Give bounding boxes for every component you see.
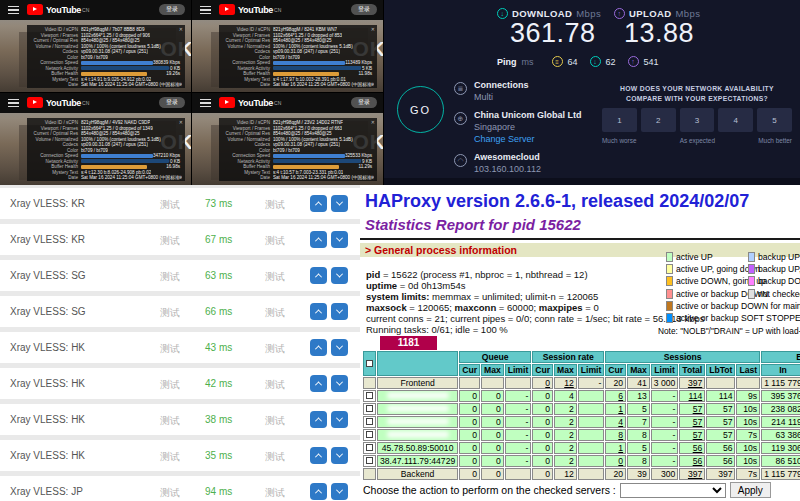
legend-swatch <box>748 289 755 299</box>
row-checkbox[interactable] <box>366 431 373 438</box>
go-button[interactable]: GO <box>397 86 444 133</box>
move-up-button[interactable] <box>310 375 327 392</box>
test-label[interactable]: 测试 <box>160 306 180 320</box>
move-up-button[interactable] <box>310 195 327 212</box>
move-up-button[interactable] <box>310 447 327 464</box>
proxy-row: Xray VLESS: HK测试43 ms测试 <box>0 332 360 363</box>
move-down-button[interactable] <box>331 231 348 248</box>
row-checkbox[interactable] <box>366 392 373 399</box>
move-up-button[interactable] <box>310 231 327 248</box>
row-checkbox[interactable] <box>366 444 373 451</box>
youtube-logo[interactable]: YouTubeCN <box>219 4 281 15</box>
proxy-row: Xray VLESS: HK测试42 ms测试 <box>0 368 360 399</box>
rating-button-1[interactable]: 1 <box>602 108 637 132</box>
proxy-name-tab[interactable]: 1181 <box>380 336 437 350</box>
menu-icon[interactable] <box>8 99 19 109</box>
move-up-button[interactable] <box>310 267 327 284</box>
rating-button-5[interactable]: 5 <box>757 108 792 132</box>
move-down-button[interactable] <box>331 303 348 320</box>
select-all-cell[interactable] <box>363 351 376 376</box>
move-down-button[interactable] <box>331 483 348 500</box>
stats-row-45.78.50.89:50010: 45.78.50.89:5001000-0215-565610s119 3067… <box>363 442 800 454</box>
connection-speed-bar <box>81 61 153 65</box>
buffer-health-bar <box>273 72 339 76</box>
signin-button[interactable]: 登录 <box>351 4 377 15</box>
test-label-2[interactable]: 测试 <box>265 378 285 392</box>
youtube-logo[interactable]: YouTubeCN <box>219 97 281 108</box>
youtube-logo[interactable]: YouTubeCN <box>27 4 89 15</box>
rating-labels: Much worse As expected Much better <box>602 137 792 144</box>
info-line: current conns = 21; current pipes = 0/0;… <box>366 313 705 324</box>
signin-button[interactable]: 登录 <box>351 97 377 108</box>
close-icon[interactable]: ✕ <box>371 119 375 125</box>
youtube-topbar: YouTubeCN登录 <box>192 0 383 20</box>
blurred-name <box>387 418 449 425</box>
move-down-button[interactable] <box>331 267 348 284</box>
legend-swatch <box>666 252 673 262</box>
test-label-2[interactable]: 测试 <box>265 342 285 356</box>
action-bar: Choose the action to perform on the chec… <box>363 482 771 498</box>
proxy-name: Xray VLESS: HK <box>10 378 85 389</box>
move-up-button[interactable] <box>310 483 327 500</box>
rating-button-3[interactable]: 3 <box>680 108 715 132</box>
test-label[interactable]: 测试 <box>160 342 180 356</box>
test-label[interactable]: 测试 <box>160 198 180 212</box>
move-up-button[interactable] <box>310 339 327 356</box>
move-down-button[interactable] <box>331 447 348 464</box>
move-up-button[interactable] <box>310 411 327 428</box>
move-down-button[interactable] <box>331 411 348 428</box>
row-checkbox[interactable] <box>366 405 373 412</box>
menu-icon[interactable] <box>200 99 211 109</box>
stats-row: DateSat Mar 16 2024 11:25:04 GMT+0800 (中… <box>27 82 182 88</box>
test-label-2[interactable]: 测试 <box>265 450 285 464</box>
row-checkbox[interactable] <box>366 418 373 425</box>
test-label[interactable]: 测试 <box>160 270 180 284</box>
test-label-2[interactable]: 测试 <box>265 234 285 248</box>
ping-idle-value: 64 <box>568 57 578 67</box>
col-group: Bytes <box>761 351 800 363</box>
move-up-button[interactable] <box>310 303 327 320</box>
move-down-button[interactable] <box>331 195 348 212</box>
blurred-name <box>387 392 449 399</box>
proxy-row: Xray VLESS: KR测试67 ms测试 <box>0 224 360 255</box>
rating-button-2[interactable]: 2 <box>641 108 676 132</box>
signin-button[interactable]: 登录 <box>159 97 185 108</box>
latency-value: 35 ms <box>205 450 232 461</box>
test-label-2[interactable]: 测试 <box>265 306 285 320</box>
stats-row-server: 00-0288-57577s63 3861 638 75000 <box>363 429 800 441</box>
test-label-2[interactable]: 测试 <box>265 270 285 284</box>
close-icon[interactable]: ✕ <box>179 119 183 125</box>
change-server-link[interactable]: Change Server <box>474 134 582 144</box>
ping-idle-icon: ≡ <box>552 56 563 67</box>
proxy-name: Xray VLESS: JP <box>10 486 83 497</box>
move-down-button[interactable] <box>331 375 348 392</box>
info-line: pid = 15622 (process #1, nbproc = 1, nbt… <box>366 269 705 280</box>
action-label: Choose the action to perform on the chec… <box>363 484 616 496</box>
test-label[interactable]: 测试 <box>160 234 180 248</box>
latency-value: 38 ms <box>205 414 232 425</box>
signin-button[interactable]: 登录 <box>159 4 185 15</box>
youtube-player-panel: OKYouTubeCN登录✕Video ID / sCPN821yH98qgM … <box>192 0 383 92</box>
test-label-2[interactable]: 测试 <box>265 198 285 212</box>
col-group: Sessions <box>605 351 760 363</box>
test-label[interactable]: 测试 <box>160 486 180 500</box>
row-checkbox[interactable] <box>366 457 373 464</box>
test-label-2[interactable]: 测试 <box>265 486 285 500</box>
apply-button[interactable]: Apply <box>730 482 771 498</box>
youtube-topbar: YouTubeCN登录 <box>0 0 191 20</box>
menu-icon[interactable] <box>8 6 19 16</box>
legend-swatch <box>748 252 755 262</box>
test-label-2[interactable]: 测试 <box>265 414 285 428</box>
action-select[interactable] <box>620 483 726 498</box>
close-icon[interactable]: ✕ <box>371 26 375 32</box>
test-label[interactable]: 测试 <box>160 450 180 464</box>
close-icon[interactable]: ✕ <box>179 26 183 32</box>
move-down-button[interactable] <box>331 339 348 356</box>
test-label[interactable]: 测试 <box>160 378 180 392</box>
select-all-checkbox <box>366 360 373 367</box>
menu-icon[interactable] <box>200 6 211 16</box>
youtube-logo[interactable]: YouTubeCN <box>27 97 89 108</box>
rating-button-4[interactable]: 4 <box>718 108 753 132</box>
latency-value: 94 ms <box>205 486 232 497</box>
test-label[interactable]: 测试 <box>160 414 180 428</box>
